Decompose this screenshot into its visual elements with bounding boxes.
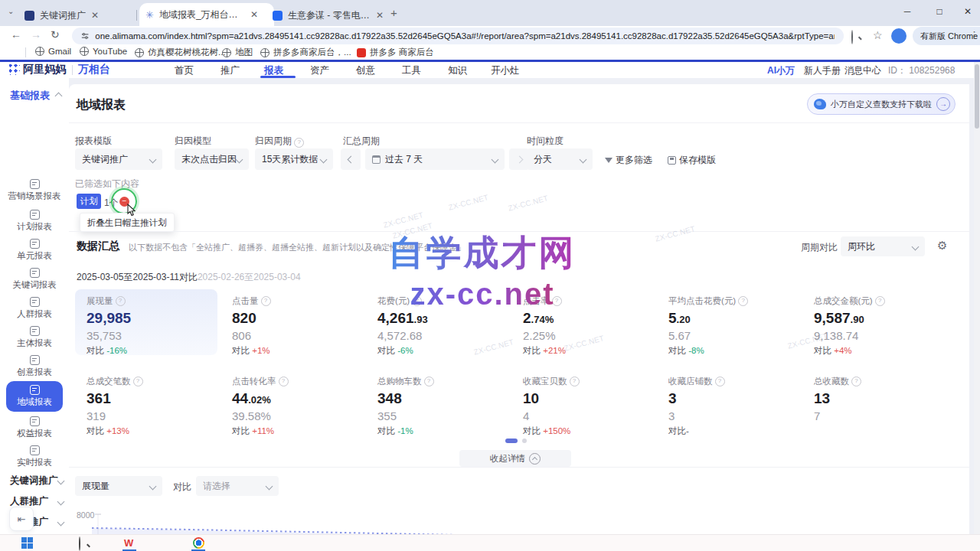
cursor-pointer-icon bbox=[124, 204, 136, 217]
nav-item-tools[interactable]: 工具 bbox=[402, 64, 421, 77]
more-filters-button[interactable]: 更多筛选 bbox=[605, 154, 652, 167]
sidebar-group-keyword-promote[interactable]: 关键词推广 bbox=[10, 474, 64, 487]
stat-card-orders[interactable]: 总成交笔数? 361 319 对比 +13% bbox=[75, 370, 217, 435]
bookmark-label: 拼多多商家后台，... bbox=[273, 47, 351, 58]
stat-card-carts[interactable]: 总购物车数? 348 355 对比 -1% bbox=[366, 370, 508, 435]
window-maximize-button[interactable]: □ bbox=[925, 0, 954, 23]
stat-label: 点击量 bbox=[232, 295, 259, 307]
filter-summary-label: 汇总周期 bbox=[343, 135, 380, 148]
tab-close-icon[interactable]: ✕ bbox=[376, 11, 384, 20]
browser-tab[interactable]: 关键词推广 ✕ bbox=[18, 5, 147, 26]
select-placeholder: 请选择 bbox=[203, 480, 230, 493]
profile-avatar[interactable] bbox=[891, 28, 906, 44]
sidebar-item-label: 创意报表 bbox=[17, 367, 52, 377]
stat-card-cost[interactable]: 花费(元)? 4,261.93 4,572.68 对比 -6% bbox=[366, 289, 508, 355]
sidebar-item-creative-report[interactable]: 创意报表 bbox=[0, 355, 69, 378]
globe-icon bbox=[35, 47, 44, 56]
scrollbar-thumb[interactable] bbox=[975, 64, 979, 129]
plan-tag[interactable]: 计划 bbox=[77, 194, 101, 209]
new-tab-button[interactable]: + bbox=[390, 6, 397, 19]
nav-item-promote[interactable]: 推广 bbox=[220, 64, 240, 77]
granularity-select[interactable]: 分天 bbox=[527, 148, 593, 170]
sidebar-section-basic-reports[interactable]: 基础报表 bbox=[10, 89, 61, 103]
bookmark-item[interactable]: 仿真樱花树桃花树... bbox=[135, 47, 226, 58]
bookmark-star-icon[interactable]: ☆ bbox=[873, 29, 883, 41]
sidebar-item-realtime-report[interactable]: 实时报表 bbox=[0, 445, 69, 468]
stat-card-total-favorites[interactable]: 总收藏数? 13 7 bbox=[802, 370, 945, 435]
browser-address-bar: ← → ↻ one.alimama.com/index.html?spm=a21… bbox=[0, 26, 980, 46]
tab-search-chevron-icon[interactable]: ⌄ bbox=[8, 7, 14, 15]
carousel-dots[interactable] bbox=[505, 439, 527, 443]
sidebar-item-rights-report[interactable]: 权益报表 bbox=[0, 416, 69, 439]
attribution-model-select[interactable]: 末次点击归因 bbox=[175, 148, 249, 170]
nav-item-knowledge[interactable]: 知识 bbox=[448, 64, 467, 77]
sidebar-item-marketing-scene-report[interactable]: 营销场景报表 bbox=[0, 179, 69, 202]
bookmark-item[interactable]: 地图 bbox=[222, 47, 253, 58]
browser-tab-active[interactable]: ✳ 地域报表_万相台无界版 ✕ bbox=[139, 3, 274, 26]
stat-card-ctr[interactable]: 点击率? 2.74% 2.25% 对比 +21% bbox=[511, 289, 654, 355]
info-icon: ? bbox=[261, 296, 271, 306]
brand-name: 阿里妈妈 bbox=[23, 63, 66, 77]
chart-compare-select[interactable]: 请选择 bbox=[196, 476, 279, 496]
collapse-details-button[interactable]: 收起详情 bbox=[459, 450, 571, 467]
reload-icon[interactable]: ↻ bbox=[51, 28, 60, 41]
window-minimize-button[interactable]: ─ bbox=[893, 0, 922, 23]
xiaowan-download-button[interactable]: 小万自定义查数支持下载啦 → bbox=[807, 93, 956, 115]
more-filters-label: 更多筛选 bbox=[616, 154, 652, 167]
template-select[interactable]: 关键词推广 bbox=[75, 148, 162, 170]
save-template-button[interactable]: 保存模版 bbox=[668, 154, 716, 167]
nav-item-home[interactable]: 首页 bbox=[175, 64, 194, 77]
sidebar-item-unit-report[interactable]: 单元报表 bbox=[0, 239, 69, 262]
tab-title: 地域报表_万相台无界版 bbox=[159, 8, 245, 21]
arrow-right-icon: → bbox=[936, 97, 950, 111]
sidebar-item-audience-report[interactable]: 人群报表 bbox=[0, 297, 69, 320]
date-range-select[interactable]: 过去 7 天 bbox=[365, 148, 505, 170]
sidebar-item-keyword-report[interactable]: 关键词报表 bbox=[0, 268, 69, 291]
bookmark-item[interactable]: YouTube bbox=[80, 47, 127, 56]
site-info-icon[interactable] bbox=[81, 31, 89, 41]
attribution-period-select[interactable]: 15天累计数据 bbox=[255, 148, 333, 170]
windows-start-icon[interactable] bbox=[21, 537, 33, 549]
nav-item-kaixiaozao[interactable]: 开小灶 bbox=[491, 64, 520, 77]
newbie-manual-link[interactable]: 新人手册 bbox=[804, 64, 841, 77]
stat-card-avg-cpc[interactable]: 平均点击花费(元)? 5.20 5.67 对比 -8% bbox=[657, 289, 799, 355]
bookmark-item[interactable]: Gmail bbox=[35, 47, 71, 56]
nav-item-creative[interactable]: 创意 bbox=[356, 64, 375, 77]
chart-metric-select[interactable]: 展现量 bbox=[75, 476, 162, 496]
wps-icon[interactable]: W bbox=[124, 537, 136, 549]
date-range-display: 2025-03-05至2025-03-11对比2025-02-26至2025-0… bbox=[77, 271, 301, 284]
bookmark-item[interactable]: 拼多多商家后台，... bbox=[260, 47, 351, 58]
sidebar-item-region-report-active[interactable]: 地域报表 bbox=[6, 381, 63, 412]
chrome-icon[interactable] bbox=[193, 537, 204, 549]
back-icon[interactable]: ← bbox=[11, 28, 21, 41]
stat-card-shop-favorites[interactable]: 收藏店铺数? 3 3 对比- bbox=[657, 370, 799, 435]
gear-icon[interactable]: ⚙ bbox=[937, 239, 947, 253]
sidebar-item-subject-report[interactable]: 主体报表 bbox=[0, 326, 69, 349]
taskbar: W bbox=[0, 534, 980, 551]
nav-item-assets[interactable]: 资产 bbox=[310, 64, 329, 77]
xiaowan-bird-icon bbox=[814, 99, 826, 109]
taskbar-search-icon[interactable] bbox=[79, 536, 80, 551]
tab-close-icon[interactable]: ✕ bbox=[91, 11, 99, 20]
stat-card-cvr[interactable]: 点击转化率? 44.02% 39.58% 对比 +11% bbox=[220, 370, 363, 435]
browser-tab[interactable]: 生意参谋 - 零售电商大数据产 ✕ bbox=[266, 5, 395, 26]
select-value: 末次点击归因 bbox=[181, 153, 237, 166]
date-prev-button[interactable] bbox=[341, 148, 361, 170]
bookmark-item[interactable]: 拼多多 商家后台 bbox=[357, 47, 434, 58]
scrollbar-track[interactable] bbox=[974, 62, 980, 534]
stat-card-clicks[interactable]: 点击量? 820 806 对比 +1% bbox=[220, 289, 363, 355]
stat-card-item-favorites[interactable]: 收藏宝贝数? 10 4 对比 +150% bbox=[511, 370, 654, 435]
sidebar-item-plan-report[interactable]: 计划报表 bbox=[0, 210, 69, 233]
ai-xiaowan-link[interactable]: AI小万 bbox=[767, 64, 795, 77]
message-center-link[interactable]: 消息中心 bbox=[844, 64, 881, 77]
stat-card-gmv[interactable]: 总成交金额(元)? 9,587.90 9,138.74 对比 +4% bbox=[802, 289, 945, 355]
stat-card-impressions[interactable]: 展现量? 29,985 35,753 对比 -16% bbox=[75, 289, 217, 355]
window-close-button[interactable]: ✕ bbox=[956, 0, 980, 23]
forward-icon[interactable]: → bbox=[31, 28, 41, 41]
zoom-icon[interactable] bbox=[851, 31, 853, 44]
sidebar-collapse-button[interactable]: ⇤ bbox=[9, 507, 34, 531]
tab-close-icon[interactable]: ✕ bbox=[250, 10, 258, 19]
browser-menu-icon[interactable]: ⋮ bbox=[969, 29, 979, 41]
period-compare-select[interactable]: 周环比 bbox=[841, 236, 925, 256]
url-field[interactable]: one.alimama.com/index.html?spm=a21dvs.28… bbox=[72, 28, 844, 44]
